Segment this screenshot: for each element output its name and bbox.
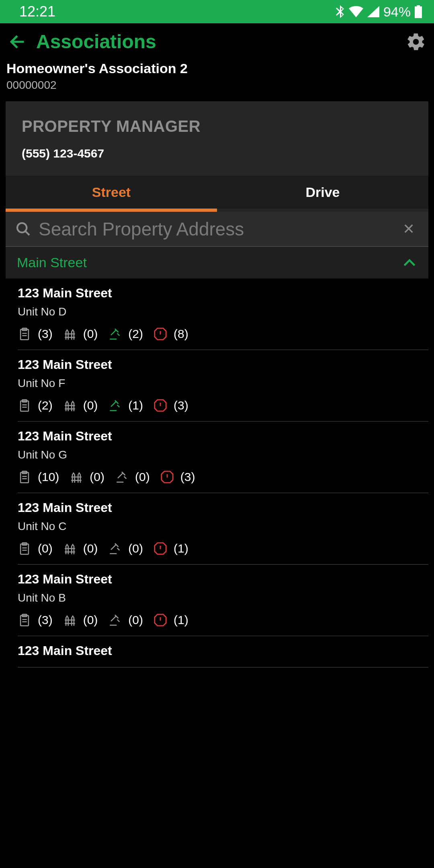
page-title: Associations xyxy=(36,31,398,53)
property-item[interactable]: 123 Main Street Unit No D (3) (0) (2) (8… xyxy=(18,278,428,350)
clipboard-count: (2) xyxy=(38,399,53,412)
fence-count: (0) xyxy=(83,399,98,412)
tab-street[interactable]: Street xyxy=(6,176,217,209)
fence-count: (0) xyxy=(83,327,98,341)
settings-gear-icon[interactable] xyxy=(406,32,426,52)
stats-row: (3) (0) (2) (8) xyxy=(18,327,428,341)
fence-count: (0) xyxy=(90,470,104,484)
main-card: PROPERTY MANAGER (555) 123-4567 Street D… xyxy=(6,101,428,667)
property-address: 123 Main Street xyxy=(18,500,428,515)
property-unit: Unit No G xyxy=(18,448,428,461)
property-manager-phone[interactable]: (555) 123-4567 xyxy=(22,147,412,160)
gavel-icon xyxy=(108,542,122,555)
alert-icon xyxy=(154,542,167,555)
gavel-count: (1) xyxy=(128,399,143,412)
alert-icon xyxy=(154,327,167,341)
gavel-icon xyxy=(115,470,129,484)
section-header-main-street[interactable]: Main Street xyxy=(6,247,428,278)
clipboard-icon xyxy=(18,327,31,341)
association-id: 00000002 xyxy=(6,79,428,92)
property-item[interactable]: 123 Main Street Unit No G (10) (0) (0) (… xyxy=(18,422,428,493)
property-address: 123 Main Street xyxy=(18,286,428,301)
signal-icon xyxy=(367,6,379,17)
clipboard-count: (10) xyxy=(38,470,59,484)
gavel-count: (0) xyxy=(128,542,143,555)
property-item[interactable]: 123 Main Street Unit No B (3) (0) (0) (1… xyxy=(18,565,428,636)
battery-percent: 94% xyxy=(383,4,411,20)
fence-icon xyxy=(63,399,77,412)
clipboard-count: (3) xyxy=(38,327,53,341)
section-title: Main Street xyxy=(17,255,87,270)
tabs: Street Drive xyxy=(6,176,428,209)
tab-drive[interactable]: Drive xyxy=(217,176,428,209)
gavel-count: (2) xyxy=(128,327,143,341)
clipboard-icon xyxy=(18,470,31,484)
gavel-icon xyxy=(108,327,122,341)
property-unit: Unit No C xyxy=(18,520,428,533)
fence-icon xyxy=(63,613,77,627)
search-row: ✕ xyxy=(6,212,428,247)
property-item[interactable]: 123 Main Street Unit No C (0) (0) (0) (1… xyxy=(18,493,428,565)
fence-count: (0) xyxy=(83,542,98,555)
property-address: 123 Main Street xyxy=(18,429,428,444)
stats-row: (2) (0) (1) (3) xyxy=(18,399,428,412)
status-right: 94% xyxy=(335,4,422,20)
fence-icon xyxy=(63,542,77,555)
association-name: Homeowner's Association 2 xyxy=(6,61,428,76)
alert-count: (3) xyxy=(174,399,188,412)
wifi-icon xyxy=(349,6,363,17)
status-time: 12:21 xyxy=(19,3,55,20)
alert-icon xyxy=(160,470,174,484)
property-address: 123 Main Street xyxy=(18,643,428,658)
alert-count: (8) xyxy=(174,327,188,341)
gavel-count: (0) xyxy=(128,613,143,627)
alert-count: (1) xyxy=(174,542,188,555)
alert-count: (3) xyxy=(180,470,195,484)
property-item[interactable]: 123 Main Street xyxy=(18,636,428,667)
status-bar: 12:21 94% xyxy=(0,0,434,23)
stats-row: (10) (0) (0) (3) xyxy=(18,470,428,484)
property-unit: Unit No D xyxy=(18,305,428,318)
clipboard-icon xyxy=(18,399,31,412)
fence-icon xyxy=(70,470,83,484)
gavel-icon xyxy=(108,613,122,627)
property-unit: Unit No B xyxy=(18,592,428,604)
bluetooth-icon xyxy=(335,5,345,18)
property-address: 123 Main Street xyxy=(18,572,428,587)
gavel-icon xyxy=(108,399,122,412)
stats-row: (0) (0) (0) (1) xyxy=(18,542,428,555)
fence-icon xyxy=(63,327,77,341)
association-block: Homeowner's Association 2 00000002 xyxy=(0,57,434,101)
stats-row: (3) (0) (0) (1) xyxy=(18,613,428,627)
svg-point-0 xyxy=(17,223,27,232)
fence-count: (0) xyxy=(83,613,98,627)
battery-icon xyxy=(415,5,422,18)
clipboard-count: (3) xyxy=(38,613,53,627)
property-address: 123 Main Street xyxy=(18,357,428,372)
search-input[interactable] xyxy=(39,218,391,240)
property-list: 123 Main Street Unit No D (3) (0) (2) (8… xyxy=(6,278,428,667)
property-manager-label: PROPERTY MANAGER xyxy=(22,117,412,135)
chevron-up-icon xyxy=(402,255,417,270)
clear-search-icon[interactable]: ✕ xyxy=(399,218,419,240)
back-arrow-icon[interactable] xyxy=(8,32,28,52)
clipboard-icon xyxy=(18,542,31,555)
property-unit: Unit No F xyxy=(18,377,428,390)
alert-icon xyxy=(154,613,167,627)
property-manager-block: PROPERTY MANAGER (555) 123-4567 xyxy=(6,101,428,172)
app-header: Associations xyxy=(0,23,434,57)
clipboard-count: (0) xyxy=(38,542,53,555)
alert-count: (1) xyxy=(174,613,188,627)
alert-icon xyxy=(154,399,167,412)
clipboard-icon xyxy=(18,613,31,627)
gavel-count: (0) xyxy=(135,470,150,484)
property-item[interactable]: 123 Main Street Unit No F (2) (0) (1) (3… xyxy=(18,350,428,422)
search-icon xyxy=(15,221,31,237)
